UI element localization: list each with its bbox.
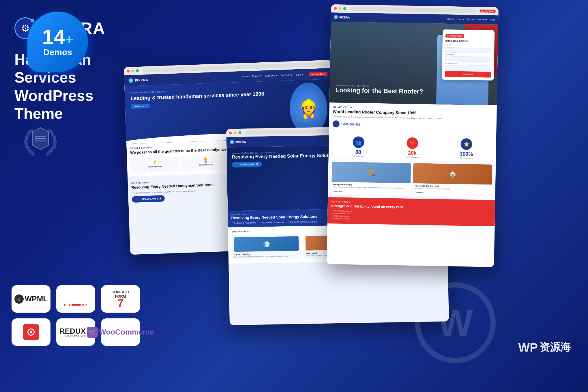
close-dot bbox=[127, 70, 130, 72]
roofer-input-time[interactable] bbox=[445, 65, 491, 71]
service-icon: 🏆 bbox=[183, 156, 228, 163]
preview-area: ⚙ FIXERA Home Pages ▾ Services ▾ Portfol… bbox=[127, 6, 588, 392]
slider-badge bbox=[12, 318, 50, 346]
hm-cta-btn: Get Free Quote bbox=[309, 72, 327, 76]
address-bar-3 bbox=[350, 7, 476, 13]
stat-satisfaction: ⭐ 100% Client Satisfaction bbox=[440, 138, 493, 159]
roofer-form-badge: GET FREE QUOTE bbox=[445, 34, 464, 38]
svg-point-11 bbox=[46, 149, 52, 157]
roofer-hero-text: FIXERA ROOFER SERVICES Looking for the B… bbox=[335, 84, 423, 96]
solar-phone-btn: 📞 +320.606.408 171 bbox=[232, 162, 262, 168]
roofer-thumb2: 🏠 bbox=[413, 163, 492, 185]
hm-phone: 📞 +320.606.408 111 bbox=[132, 195, 165, 203]
service-icon: ⚡ bbox=[132, 158, 178, 165]
roofer-input-phone[interactable] bbox=[445, 56, 491, 62]
roofer-thumb1: 🏗️ bbox=[332, 162, 411, 183]
demo-bubble: 14+ Demos bbox=[27, 12, 88, 72]
demo-plus: + bbox=[65, 33, 73, 46]
roofer-form-sub: Service bbox=[445, 44, 491, 46]
elementor-badge: ⎯ ELEMENTOR bbox=[56, 285, 95, 313]
max-dot bbox=[136, 69, 139, 72]
hm-phone-number: +320.606.408 111 bbox=[140, 197, 161, 201]
award-badge bbox=[14, 113, 66, 165]
demo-label: Demos bbox=[43, 47, 72, 57]
svg-point-5 bbox=[29, 149, 35, 157]
roofer-demo-card: Get Free Quote ⚙ FIXERA Home ▾ Pages ▾ S… bbox=[327, 4, 499, 267]
stat-projects: 👥 88 Projects Done bbox=[332, 136, 385, 157]
roofer-content: ⚙ FIXERA Home ▾ Pages ▾ Services ▾ Portf… bbox=[327, 12, 498, 267]
read-more-link[interactable]: + Read More bbox=[333, 190, 343, 192]
wpml-badge: Q WPML bbox=[12, 285, 50, 313]
cn-text: 资源海 bbox=[540, 340, 571, 354]
read-more-link-2[interactable]: + Read More bbox=[415, 192, 424, 194]
hm-logo: ⚙ FIXERA bbox=[128, 78, 148, 83]
roofer-logo: ⚙ FIXERA bbox=[334, 15, 350, 19]
service-name: Certified Experts bbox=[183, 163, 229, 166]
list-item: ⚡ Quick Response Support 24/7 bbox=[130, 156, 180, 173]
plugin-row-2: REDUX✗ options framework 🛒 WooCommerce bbox=[12, 318, 144, 346]
phone-icon: 📞 bbox=[332, 120, 339, 127]
roofer-form-title: Book Your Service bbox=[445, 39, 492, 43]
solar-thumb: 💨 bbox=[234, 236, 299, 252]
roofer-cta-btn: Get Free Quote bbox=[480, 10, 496, 13]
roofer-input-service[interactable] bbox=[445, 47, 491, 53]
svg-point-4 bbox=[27, 146, 31, 153]
hm-contact-btn: Contact Us ✓ bbox=[131, 103, 149, 109]
roofer-thumb2-info: Household Roofing repair Fixera services… bbox=[413, 183, 492, 197]
roofer-info: WE ARE PROUD World Leading Roofer Compan… bbox=[329, 102, 497, 134]
wp-watermark: W bbox=[415, 282, 496, 363]
svg-point-10 bbox=[50, 146, 54, 153]
min-dot bbox=[131, 69, 134, 72]
solar-logo: ⚙ FIXERA bbox=[230, 140, 246, 144]
wreath-icon bbox=[14, 113, 66, 165]
list-item: 🏆 Certified Experts bbox=[181, 154, 230, 171]
roofer-stats: 👥 88 Projects Done ❤️ 20k Happy Customer… bbox=[329, 134, 496, 162]
hm-nav-links: Home Pages ▾ Services ▾ Portfolio ▾ Blog… bbox=[241, 73, 303, 78]
logo-dot1 bbox=[31, 19, 34, 22]
roofer-quote-form: GET FREE QUOTE Book Your Service Service… bbox=[442, 29, 495, 81]
wp-circle: W bbox=[415, 282, 496, 363]
roofer-title: Looking for the Best Roofer? bbox=[335, 86, 423, 96]
roofer-service-grid: 🏗️ Handyman Roofing Fixera offers full r… bbox=[328, 159, 496, 200]
roofer-phone: 📞 1-987-005-353 bbox=[332, 120, 493, 130]
site-watermark: WP 资源海 bbox=[518, 340, 571, 354]
roofer-nav-links: Home ▾ Pages ▾ Services ▾ Portfolio ▾ Bl… bbox=[447, 18, 495, 21]
stat-customers: ❤️ 20k Happy Customers bbox=[386, 137, 439, 158]
roofer-thumb1-info: Handyman Roofing Fixera offers full rang… bbox=[331, 182, 411, 196]
roofer-phone-number: 1-987-005-353 bbox=[341, 122, 360, 126]
list-item: 🏠 Household Roofing repair Fixera servic… bbox=[413, 163, 492, 197]
list-item: 💨 Air Fan Cleaning Fixera offers full ra… bbox=[232, 234, 301, 260]
list-item: 🏗️ Handyman Roofing Fixera offers full r… bbox=[331, 162, 411, 196]
roofer-company-text: Fixera offers full range of cleaning ser… bbox=[333, 115, 493, 121]
roofer-submit-btn[interactable]: Book Now bbox=[445, 71, 491, 78]
plugins-section: Q WPML ⎯ ELEMENTOR CONTACTFORM 7 bbox=[12, 285, 144, 352]
roofer-red-section: WE ARE PROUD Strength and Durability fou… bbox=[327, 197, 495, 226]
roofer-hero: 👷 FIXERA ROOFER SERVICES Looking for the… bbox=[329, 22, 498, 105]
wp-text: WP bbox=[518, 341, 538, 354]
demo-number: 14 bbox=[42, 27, 65, 47]
award-outer bbox=[14, 113, 66, 165]
plugin-row-1: Q WPML ⎯ ELEMENTOR CONTACTFORM 7 bbox=[12, 285, 144, 313]
